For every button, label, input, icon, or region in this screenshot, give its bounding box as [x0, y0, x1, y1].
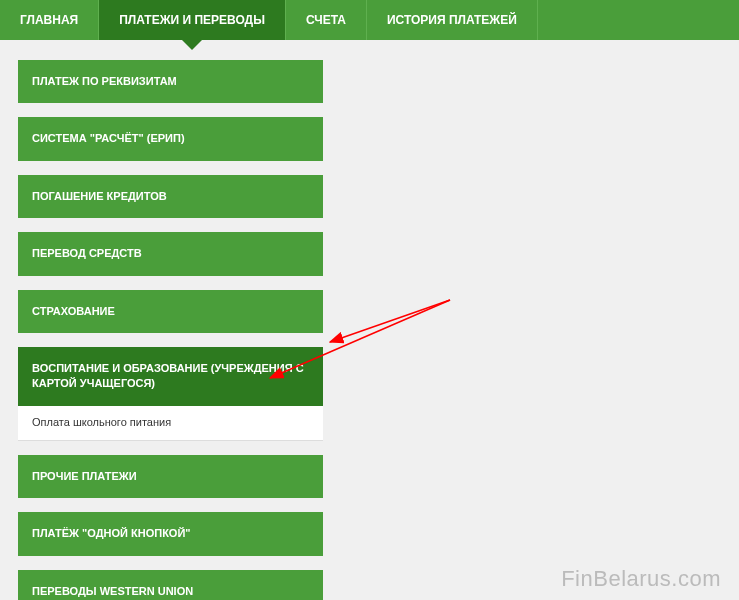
sub-item-school-meals[interactable]: Оплата школьного питания — [18, 406, 323, 441]
menu-item-requisites[interactable]: ПЛАТЕЖ ПО РЕКВИЗИТАМ — [18, 60, 323, 103]
nav-tab-history[interactable]: ИСТОРИЯ ПЛАТЕЖЕЙ — [367, 0, 538, 40]
menu-item-education[interactable]: ВОСПИТАНИЕ И ОБРАЗОВАНИЕ (УЧРЕЖДЕНИЯ С К… — [18, 347, 323, 406]
menu-item-insurance[interactable]: СТРАХОВАНИЕ — [18, 290, 323, 333]
nav-tab-home[interactable]: ГЛАВНАЯ — [0, 0, 99, 40]
menu-item-western-union[interactable]: ПЕРЕВОДЫ WESTERN UNION — [18, 570, 323, 600]
menu-item-erip[interactable]: СИСТЕМА "РАСЧЁТ" (ЕРИП) — [18, 117, 323, 160]
nav-tab-accounts[interactable]: СЧЕТА — [286, 0, 367, 40]
menu-item-other[interactable]: ПРОЧИЕ ПЛАТЕЖИ — [18, 455, 323, 498]
nav-tab-payments[interactable]: ПЛАТЕЖИ И ПЕРЕВОДЫ — [99, 0, 286, 40]
menu-item-credits[interactable]: ПОГАШЕНИЕ КРЕДИТОВ — [18, 175, 323, 218]
menu-item-transfer[interactable]: ПЕРЕВОД СРЕДСТВ — [18, 232, 323, 275]
menu-content: ПЛАТЕЖ ПО РЕКВИЗИТАМ СИСТЕМА "РАСЧЁТ" (Е… — [0, 40, 739, 600]
menu-item-onebutton[interactable]: ПЛАТЁЖ "ОДНОЙ КНОПКОЙ" — [18, 512, 323, 555]
top-nav-bar: ГЛАВНАЯ ПЛАТЕЖИ И ПЕРЕВОДЫ СЧЕТА ИСТОРИЯ… — [0, 0, 739, 40]
watermark: FinBelarus.com — [561, 566, 721, 592]
